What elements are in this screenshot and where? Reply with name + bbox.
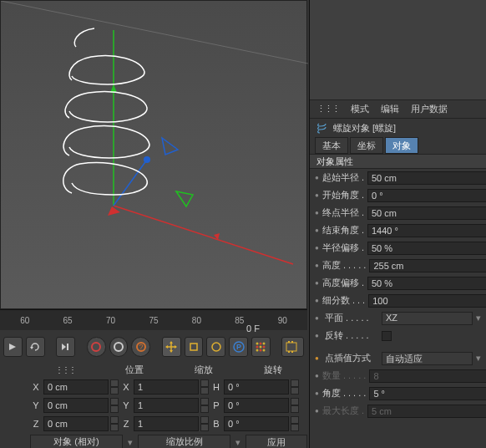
svg-rect-35 bbox=[291, 341, 293, 343]
start-angle-input[interactable] bbox=[367, 189, 486, 202]
autokey-button[interactable] bbox=[109, 337, 129, 357]
reverse-checkbox[interactable] bbox=[382, 331, 392, 341]
interp-select[interactable]: 自动适应 bbox=[382, 352, 473, 365]
coordinate-panel: ⋮⋮⋮ 位置 缩放 旋转 X X H Y Y P Z Z B 对象 (相对)▾ … bbox=[30, 361, 307, 448]
axis-label: X bbox=[120, 382, 132, 392]
spinner[interactable] bbox=[200, 379, 209, 395]
bullet-icon: ● bbox=[315, 174, 319, 181]
svg-point-6 bbox=[144, 156, 150, 163]
apply-button[interactable]: 应用 bbox=[246, 435, 307, 448]
end-radius-input[interactable] bbox=[367, 206, 486, 220]
bullet-icon: ● bbox=[315, 354, 321, 362]
svg-rect-37 bbox=[291, 351, 293, 353]
svg-marker-17 bbox=[170, 350, 173, 353]
move-tool-button[interactable] bbox=[162, 337, 181, 357]
spinner[interactable] bbox=[200, 398, 209, 413]
keyframe-help-button[interactable]: ? bbox=[131, 337, 150, 357]
scale-x-input[interactable] bbox=[134, 379, 199, 395]
spinner[interactable] bbox=[110, 416, 119, 431]
bullet-icon: ● bbox=[315, 244, 319, 252]
svg-point-26 bbox=[263, 343, 266, 345]
grid-button[interactable] bbox=[251, 337, 271, 357]
label-count: 数量 . . . . . bbox=[322, 369, 367, 382]
scale-z-input[interactable] bbox=[134, 416, 199, 431]
label-start-angle: 开始角度 . bbox=[322, 189, 364, 201]
spinner[interactable] bbox=[291, 416, 299, 431]
loop-button[interactable] bbox=[26, 337, 45, 357]
bullet-icon: ● bbox=[315, 297, 319, 304]
rotate-tool-button[interactable] bbox=[206, 337, 225, 357]
attribute-menubar: ⋮⋮⋮ 模式 编辑 用户数据 bbox=[310, 100, 486, 119]
bullet-icon: ● bbox=[315, 314, 321, 322]
viewport-3d[interactable] bbox=[0, 0, 307, 309]
bullet-icon: ● bbox=[315, 372, 319, 379]
label-radius-bias: 半径偏移 . bbox=[322, 242, 364, 254]
bullet-icon: ● bbox=[315, 407, 319, 415]
spinner[interactable] bbox=[291, 379, 299, 395]
scale-mode-select[interactable]: 缩放比例 bbox=[138, 435, 230, 448]
empty-area bbox=[310, 0, 486, 100]
axis-label: Z bbox=[30, 419, 42, 429]
svg-point-28 bbox=[260, 346, 262, 349]
section-header: 对象属性 bbox=[310, 154, 486, 169]
label-plane: 平面 . . . . . bbox=[325, 312, 378, 324]
scale-tool-button[interactable] bbox=[185, 337, 204, 357]
spinner[interactable] bbox=[291, 398, 299, 413]
tab-coord[interactable]: 坐标 bbox=[350, 137, 383, 154]
tick: 65 bbox=[46, 316, 89, 325]
param-button[interactable]: P bbox=[229, 337, 248, 357]
play-button[interactable] bbox=[3, 337, 23, 357]
svg-text:?: ? bbox=[139, 343, 143, 351]
menu-userdata[interactable]: 用户数据 bbox=[411, 103, 448, 115]
rot-p-input[interactable] bbox=[224, 398, 289, 413]
spinner[interactable] bbox=[110, 379, 119, 395]
pos-x-input[interactable] bbox=[43, 379, 109, 395]
render-button[interactable] bbox=[281, 337, 304, 357]
svg-rect-34 bbox=[288, 341, 290, 343]
record-button[interactable] bbox=[87, 337, 106, 357]
svg-point-25 bbox=[260, 343, 262, 345]
header-position: 位置 bbox=[99, 364, 169, 376]
svg-point-21 bbox=[212, 343, 220, 351]
end-angle-input[interactable] bbox=[367, 224, 486, 237]
position-mode-select[interactable]: 对象 (相对) bbox=[30, 435, 123, 448]
svg-rect-36 bbox=[288, 351, 290, 353]
svg-marker-10 bbox=[62, 344, 66, 350]
label-end-radius: 终点半径 . bbox=[322, 206, 364, 219]
subdiv-input[interactable] bbox=[368, 294, 486, 308]
scale-y-input[interactable] bbox=[134, 398, 199, 413]
helix-icon bbox=[316, 122, 328, 134]
goto-end-button[interactable] bbox=[56, 337, 75, 357]
svg-point-29 bbox=[263, 346, 266, 349]
pos-y-input[interactable] bbox=[43, 398, 109, 413]
bullet-icon: ● bbox=[315, 389, 319, 397]
menu-mode[interactable]: 模式 bbox=[351, 103, 369, 115]
plane-select[interactable]: XZ bbox=[382, 312, 473, 325]
start-radius-input[interactable] bbox=[367, 171, 486, 185]
rot-b-input[interactable] bbox=[224, 416, 289, 431]
rot-h-input[interactable] bbox=[224, 379, 289, 395]
svg-rect-11 bbox=[67, 344, 68, 350]
axis-label: P bbox=[210, 400, 222, 410]
label-angle: 角度 . . . . . bbox=[322, 387, 367, 400]
svg-line-5 bbox=[114, 160, 147, 206]
angle-input[interactable] bbox=[369, 387, 486, 400]
svg-rect-20 bbox=[190, 344, 197, 350]
radius-bias-input[interactable] bbox=[367, 242, 486, 255]
tab-basic[interactable]: 基本 bbox=[315, 137, 348, 154]
height-bias-input[interactable] bbox=[367, 277, 486, 290]
grip-icon: ⋮⋮⋮ bbox=[316, 104, 339, 115]
bullet-icon: ● bbox=[315, 209, 319, 216]
grip-icon: ⋮⋮⋮ bbox=[30, 365, 99, 374]
tab-object[interactable]: 对象 bbox=[385, 137, 418, 154]
pos-z-input[interactable] bbox=[43, 416, 109, 431]
timeline-ruler[interactable]: 60 65 70 75 80 85 90 bbox=[0, 309, 307, 330]
label-end-angle: 结束角度 . bbox=[322, 224, 364, 237]
spinner[interactable] bbox=[200, 416, 209, 431]
label-reverse: 反转 . . . . . bbox=[325, 329, 378, 342]
bullet-icon: ● bbox=[315, 262, 319, 269]
svg-rect-33 bbox=[286, 343, 296, 351]
menu-edit[interactable]: 编辑 bbox=[381, 103, 399, 115]
spinner[interactable] bbox=[110, 398, 119, 413]
height-input[interactable] bbox=[369, 259, 486, 272]
